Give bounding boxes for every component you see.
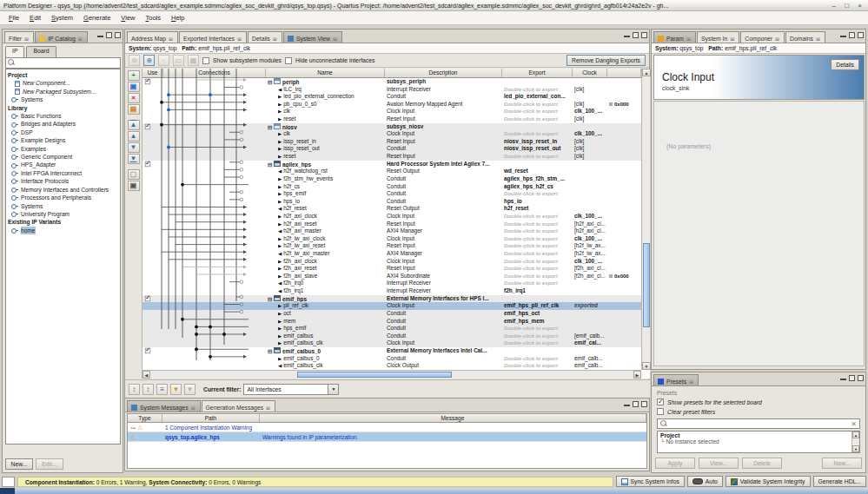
vertical-scroll-thumb[interactable] xyxy=(643,243,650,327)
message-row[interactable]: ⊶⚠1 Component Instantiation Warning xyxy=(128,423,646,432)
export-cell[interactable]: Double-click to export xyxy=(502,339,573,347)
panel-maximize-icon[interactable] xyxy=(858,32,864,38)
collapse-icon[interactable]: ⊟ xyxy=(268,79,274,86)
menu-generate[interactable]: Generate xyxy=(78,12,116,23)
msg-column-type[interactable]: Type xyxy=(128,414,162,422)
menu-file[interactable]: File xyxy=(3,12,24,23)
filter-select[interactable]: All Interfaces ▼ xyxy=(243,384,339,395)
export-cell[interactable]: Double-click to export xyxy=(502,227,573,235)
scroll-down-icon[interactable]: ▼ xyxy=(642,362,651,370)
sv-tab-address-map[interactable]: Address Map⊞ xyxy=(127,31,178,43)
column-header-name[interactable]: Name xyxy=(266,69,385,77)
table-row-f2h_irq0[interactable]: ◀f2h_irq0Interrupt ReceiverDouble-click … xyxy=(142,280,641,287)
export-cell[interactable]: emif_hps_pll_ref_clk xyxy=(502,302,573,310)
msg-tab-system-messages[interactable]: System Messages⊞ xyxy=(127,400,201,412)
collapse-icon[interactable]: ⊟ xyxy=(268,296,274,303)
table-row-reset[interactable]: ▶resetReset InputDouble-click to export[… xyxy=(142,115,641,123)
export-cell[interactable]: f2h_irq1 xyxy=(502,287,573,295)
export-cell[interactable]: Double-click to export xyxy=(502,242,573,250)
export-cell[interactable]: Double-click to export xyxy=(502,325,573,333)
tree-expand-icon[interactable] xyxy=(11,204,18,208)
panel-minimize-icon[interactable] xyxy=(97,32,103,37)
checkbox[interactable] xyxy=(657,398,664,405)
export-cell[interactable]: Double-click to export xyxy=(502,355,573,363)
window-controls[interactable]: – □ × xyxy=(832,0,865,11)
export-cell[interactable]: Double-click to export xyxy=(502,213,573,221)
ip-search-input[interactable] xyxy=(5,57,121,69)
tree-expand-icon[interactable] xyxy=(11,212,18,216)
generate-hdl-button[interactable]: Generate HDL... xyxy=(813,476,867,487)
export-cell[interactable]: Double-click to export xyxy=(502,115,573,123)
move-up-icon[interactable]: ▲ xyxy=(128,131,140,142)
clear-filter-icon[interactable]: ▼ xyxy=(184,384,195,395)
table-row-f2h_axi_reset[interactable]: ▶f2h_axi_resetReset InputDouble-click to… xyxy=(142,265,641,273)
panel-maximize-icon[interactable] xyxy=(858,375,864,381)
tree-expand-icon[interactable] xyxy=(11,195,18,200)
subtab-board[interactable]: Board xyxy=(26,46,56,57)
scroll-down-icon[interactable]: ▼ xyxy=(852,445,859,452)
export-cell[interactable] xyxy=(502,161,573,168)
table-row-led_pio_external_connection[interactable]: ▶led_pio_external_connectionConduitled_p… xyxy=(142,93,641,101)
table-row-issp_reset_out[interactable]: ▶issp_reset_outConduitniosv_issp_reset_o… xyxy=(142,145,641,153)
duplicate-component-icon[interactable]: ▣ xyxy=(128,82,140,92)
table-row-h2f_axi_reset[interactable]: ▶h2f_axi_resetReset InputDouble-click to… xyxy=(142,221,641,228)
param-tab-domains[interactable]: Domains⊞ xyxy=(785,31,825,43)
export-cell[interactable] xyxy=(502,347,573,355)
panel-restore-icon[interactable] xyxy=(633,32,639,38)
tree-expand-icon[interactable] xyxy=(11,163,18,168)
tree-expand-icon[interactable] xyxy=(11,138,18,142)
tree-item-hps-adapter[interactable]: HPS_Adapter xyxy=(6,161,120,168)
tree-item-project[interactable]: Project xyxy=(6,71,120,79)
export-cell[interactable]: Double-click to export xyxy=(502,101,573,109)
collapse-icon[interactable]: ⊟ xyxy=(268,124,274,131)
export-cell[interactable]: Double-click to export xyxy=(502,86,573,94)
table-row-reset[interactable]: ▶resetReset InputDouble-click to export[… xyxy=(142,153,641,161)
panel-window-controls[interactable] xyxy=(97,32,121,38)
export-cell[interactable]: agilex_hps_f2h_stm_... xyxy=(502,175,573,183)
insert-below-icon[interactable]: ↕ xyxy=(142,384,154,395)
use-checkbox[interactable] xyxy=(145,295,150,300)
param-tab-system-in[interactable]: System In⊞ xyxy=(697,31,739,43)
scroll-left-icon[interactable]: ◀ xyxy=(142,371,150,379)
tree-item-example-designs[interactable]: Example Designs xyxy=(6,136,120,144)
table-row-emif_calbus[interactable]: ▶emif_calbusConduitDouble-click to expor… xyxy=(142,333,641,340)
use-checkbox[interactable] xyxy=(145,348,150,353)
export-cell[interactable]: Double-click to export xyxy=(502,190,573,198)
tree-item-existing-ip-variants[interactable]: Existing IP Variants xyxy=(6,218,120,226)
tree-item-processors-and-peripherals[interactable]: Processors and Peripherals xyxy=(6,194,120,201)
tree-expand-icon[interactable] xyxy=(11,97,18,102)
tree-item-generic-component[interactable]: Generic Component xyxy=(6,153,120,161)
table-row-h2f_lw_axi_clock[interactable]: ▶h2f_lw_axi_clockClock InputDouble-click… xyxy=(142,235,641,243)
sv-tab-system-view[interactable]: System View⊞ xyxy=(283,31,342,43)
table-row-h2f_axi_master[interactable]: ◀h2f_axi_masterAXI4 ManagerDouble-click … xyxy=(142,227,641,235)
sv-tab-details[interactable]: Details⊞ xyxy=(248,31,282,43)
table-row-clk[interactable]: ▶clkClock InputDouble-click to exportclk… xyxy=(142,108,641,115)
subtab-ip[interactable]: IP xyxy=(5,46,24,57)
param-tab-componer[interactable]: Componer⊞ xyxy=(740,31,785,43)
menu-edit[interactable]: Edit xyxy=(24,12,46,23)
export-cell[interactable] xyxy=(502,123,573,131)
export-cell[interactable]: Double-click to export xyxy=(502,108,573,115)
zoom-fit-icon[interactable]: ▫ xyxy=(158,55,169,66)
ipc-tab-filter[interactable]: Filter⊞ xyxy=(4,31,34,43)
export-cell[interactable]: Double-click to export xyxy=(502,273,573,280)
tree-expand-icon[interactable] xyxy=(11,228,18,233)
table-row-emif_calbus_clk[interactable]: ▶emif_calbus_clkClock InputDouble-click … xyxy=(142,339,641,347)
tree-item-new-packaged-subsystem-[interactable]: New Packaged Subsystem... xyxy=(6,88,120,96)
export-cell[interactable]: led_pio_external_con... xyxy=(502,93,573,101)
msg-tab-generation-messages[interactable]: Generation Messages⊞ xyxy=(202,400,276,412)
use-checkbox[interactable] xyxy=(145,161,150,167)
ipc-tab-ip-catalog[interactable]: IP Catalog⊞ xyxy=(35,31,88,43)
export-cell[interactable]: Double-click to export xyxy=(502,265,573,273)
table-row-oct[interactable]: ▶octConduitemif_hps_oct xyxy=(142,310,641,318)
scroll-right-icon[interactable]: ▶ xyxy=(633,371,641,379)
column-header-export[interactable]: Export xyxy=(502,69,573,77)
table-row-pb_cpu_0_s0[interactable]: ▶pb_cpu_0_s0Avalon Memory Mapped AgentDo… xyxy=(142,101,641,109)
tree-item-home[interactable]: home xyxy=(6,227,120,234)
table-row-f2h_axi_slave[interactable]: ▶f2h_axi_slaveAXI4 SubordinateDouble-cli… xyxy=(142,273,641,280)
tree-item-systems[interactable]: Systems xyxy=(6,96,120,103)
tree-expand-icon[interactable] xyxy=(11,130,18,135)
table-row-f2h_axi_clock[interactable]: ▶f2h_axi_clockClock InputDouble-click to… xyxy=(142,258,641,266)
select-region-icon[interactable]: ▭ xyxy=(173,55,184,66)
edit-component-icon[interactable]: ▤ xyxy=(128,104,140,115)
